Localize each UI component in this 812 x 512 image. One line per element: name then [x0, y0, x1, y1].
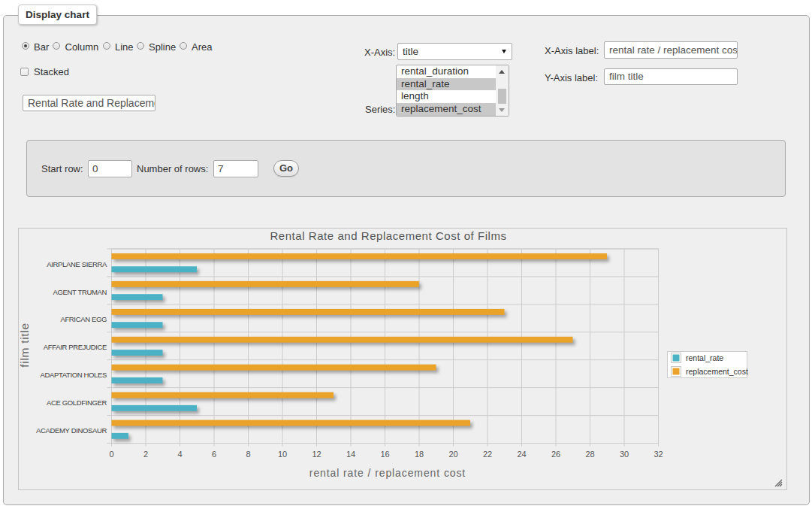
svg-text:ACADEMY DINOSAUR: ACADEMY DINOSAUR [36, 426, 107, 435]
svg-text:0: 0 [109, 450, 113, 459]
svg-text:rental_rate: rental_rate [686, 353, 723, 362]
svg-text:22: 22 [483, 450, 492, 459]
svg-text:4: 4 [177, 450, 182, 459]
svg-text:14: 14 [346, 450, 355, 459]
svg-text:rental rate / replacement cost: rental rate / replacement cost [309, 467, 466, 479]
svg-text:24: 24 [517, 450, 526, 459]
svg-text:ACE GOLDFINGER: ACE GOLDFINGER [47, 398, 107, 407]
svg-text:32: 32 [654, 450, 663, 459]
svg-text:2: 2 [143, 450, 148, 459]
svg-text:AFRICAN EGG: AFRICAN EGG [60, 315, 107, 323]
svg-text:20: 20 [448, 450, 457, 459]
svg-text:10: 10 [278, 450, 287, 459]
svg-text:26: 26 [551, 450, 560, 459]
svg-text:12: 12 [312, 450, 321, 459]
svg-text:18: 18 [415, 450, 424, 459]
svg-text:Rental Rate and Replacement Co: Rental Rate and Replacement Cost of Film… [270, 229, 506, 242]
svg-text:replacement_cost: replacement_cost [686, 367, 748, 376]
svg-text:film title: film title [18, 323, 31, 368]
svg-text:AGENT TRUMAN: AGENT TRUMAN [53, 288, 107, 296]
svg-text:8: 8 [246, 450, 250, 459]
svg-text:28: 28 [585, 450, 594, 459]
svg-text:6: 6 [212, 450, 216, 459]
svg-text:ADAPTATION HOLES: ADAPTATION HOLES [40, 371, 107, 379]
svg-text:AFFAIR PREJUDICE: AFFAIR PREJUDICE [44, 343, 107, 351]
svg-text:30: 30 [620, 450, 629, 459]
svg-text:16: 16 [380, 450, 389, 459]
svg-text:AIRPLANE SIERRA: AIRPLANE SIERRA [47, 260, 107, 268]
